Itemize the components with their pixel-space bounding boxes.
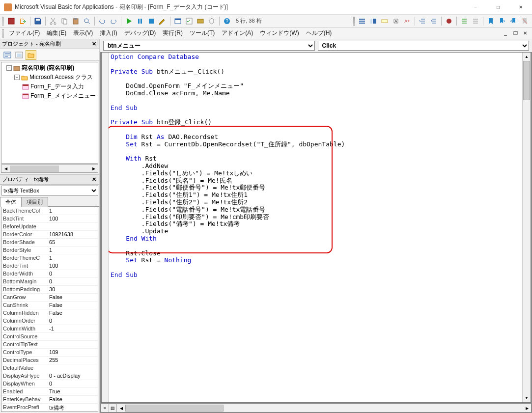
menu-edit[interactable]: 編集(E) [43,28,70,39]
code-editor[interactable]: Option Compare Database Private Sub btnメ… [101,52,531,403]
property-row[interactable]: DecimalPlaces255 [1,357,98,364]
properties-grid[interactable]: BackThemeCol1BackTint100BeforeUpdateBord… [1,207,98,412]
toggle-folders-icon[interactable] [26,50,36,60]
properties-object-selector[interactable]: tx備考 TextBox [1,186,98,195]
list-constants-icon[interactable] [368,16,379,27]
tree-folder[interactable]: −Microsoft Access クラス [2,73,97,82]
property-row[interactable]: BorderThemeC1 [1,254,98,262]
object-browser-icon[interactable] [195,16,206,27]
property-row[interactable]: BorderWidth0 [1,270,98,278]
parameter-info-icon[interactable]: A [391,16,401,27]
maximize-button[interactable]: □ [487,0,509,15]
design-mode-icon[interactable] [157,16,168,27]
project-explorer-icon[interactable] [172,16,183,27]
property-row[interactable]: BorderTint100 [1,262,98,270]
tree-root[interactable]: −宛名印刷 (宛名印刷) [2,63,97,73]
toggle-bookmark-icon[interactable] [485,16,496,27]
property-row[interactable]: EnabledTrue [1,388,98,396]
project-panel-close-button[interactable]: ✕ [89,39,98,48]
full-module-view-button[interactable]: ▤ [109,404,117,412]
project-tree[interactable]: −宛名印刷 (宛名印刷) −Microsoft Access クラス Form_… [1,62,98,164]
view-object-icon[interactable] [14,50,25,60]
property-row[interactable]: CanShrinkFalse [1,302,98,309]
property-row[interactable]: EventProcPrefitx備考 [1,404,98,412]
property-row[interactable]: BorderShade65 [1,239,98,247]
mdi-minimize-button[interactable]: _ [501,28,510,37]
minimize-button[interactable]: − [464,0,487,15]
property-row[interactable]: BorderStyle1 [1,247,98,254]
object-dropdown[interactable]: btnメニュー [103,41,315,51]
paste-icon[interactable] [70,16,81,27]
project-hscroll[interactable]: ◀▶ [1,165,98,173]
svg-rect-20 [359,23,365,24]
cut-icon[interactable] [48,16,58,27]
prev-bookmark-icon[interactable] [508,16,519,27]
break-icon[interactable] [135,16,145,27]
procedure-view-button[interactable]: ≡ [101,404,109,412]
close-button[interactable]: ✕ [509,0,532,15]
menu-insert[interactable]: 挿入(I) [96,28,120,39]
property-row[interactable]: DisplayAsHype0 - acDisplay [1,372,98,380]
property-row[interactable]: ControlSource [1,333,98,341]
property-row[interactable]: ControlType109 [1,349,98,357]
code-vscroll[interactable]: ▲▼ [522,53,531,402]
property-row[interactable]: BottomMargin0 [1,278,98,286]
tree-item-form1[interactable]: Form_F_データ入力 [2,82,97,91]
undo-icon[interactable] [97,16,108,27]
procedure-dropdown[interactable]: Click [318,41,530,51]
view-code-icon[interactable] [2,50,13,60]
property-row[interactable]: BackTint100 [1,215,98,223]
properties-tab-categorized[interactable]: 項目別 [21,197,48,207]
insert-module-icon[interactable] [17,16,28,27]
property-row[interactable]: EnterKeyBehavFalse [1,396,98,404]
menu-file[interactable]: ファイル(F) [5,28,43,39]
copy-icon[interactable] [59,16,70,27]
mdi-restore-button[interactable]: ❐ [510,28,520,37]
property-row[interactable]: ColumnHiddenFalse [1,309,98,317]
clear-bookmarks-icon[interactable] [519,16,530,27]
outdent-icon[interactable] [428,16,439,27]
help-icon[interactable]: ? [222,16,232,27]
reset-icon[interactable] [146,16,157,27]
menu-debug[interactable]: デバッグ(D) [121,28,160,39]
property-row[interactable]: CanGrowFalse [1,294,98,302]
comment-block-icon[interactable] [459,16,470,27]
property-row[interactable]: ColumnOrder0 [1,317,98,325]
properties-panel-close-button[interactable]: ✕ [89,175,98,184]
property-row[interactable]: ControlTipText [1,341,98,349]
save-icon[interactable] [32,16,43,27]
quick-info-icon[interactable] [379,16,390,27]
find-icon[interactable] [82,16,92,27]
code-text[interactable]: Option Compare Database Private Sub btnメ… [109,53,522,402]
properties-tab-alphabetic[interactable]: 全体 [0,197,22,207]
run-icon[interactable] [123,16,134,27]
property-row[interactable]: BackThemeCol1 [1,207,98,215]
uncomment-block-icon[interactable] [470,16,481,27]
menu-help[interactable]: ヘルプ(H) [303,28,336,39]
property-row[interactable]: DefaultValue [1,364,98,372]
view-access-icon[interactable] [6,16,17,27]
mdi-close-button[interactable]: ✕ [520,28,530,37]
complete-word-icon[interactable]: A+ [402,16,413,27]
properties-window-icon[interactable] [184,16,195,27]
menu-view[interactable]: 表示(V) [70,28,96,39]
menu-addins[interactable]: アドイン(A) [218,28,256,39]
toggle-breakpoint-icon[interactable] [444,16,454,27]
redo-icon[interactable] [108,16,119,27]
property-row[interactable]: ColumnWidth-1 [1,325,98,333]
code-hscroll[interactable]: ≡ ▤ ◀▶ [101,404,531,412]
menu-window[interactable]: ウィンドウ(W) [256,28,302,39]
indent-icon[interactable] [417,16,428,27]
property-row[interactable]: BorderColor10921638 [1,231,98,239]
toolbox-icon[interactable] [206,16,217,27]
next-bookmark-icon[interactable] [497,16,507,27]
property-row[interactable]: DisplayWhen0 [1,380,98,388]
code-margin[interactable] [102,53,109,402]
menu-run[interactable]: 実行(R) [159,28,186,39]
property-row[interactable]: BottomPadding30 [1,286,98,294]
property-row[interactable]: BeforeUpdate [1,223,98,231]
project-panel-title: プロジェクト - 宛名印刷 ✕ [0,39,99,49]
list-properties-icon[interactable] [357,16,367,27]
tree-item-form2[interactable]: Form_F_メインメニュー [2,91,97,101]
menu-tools[interactable]: ツール(T) [186,28,218,39]
